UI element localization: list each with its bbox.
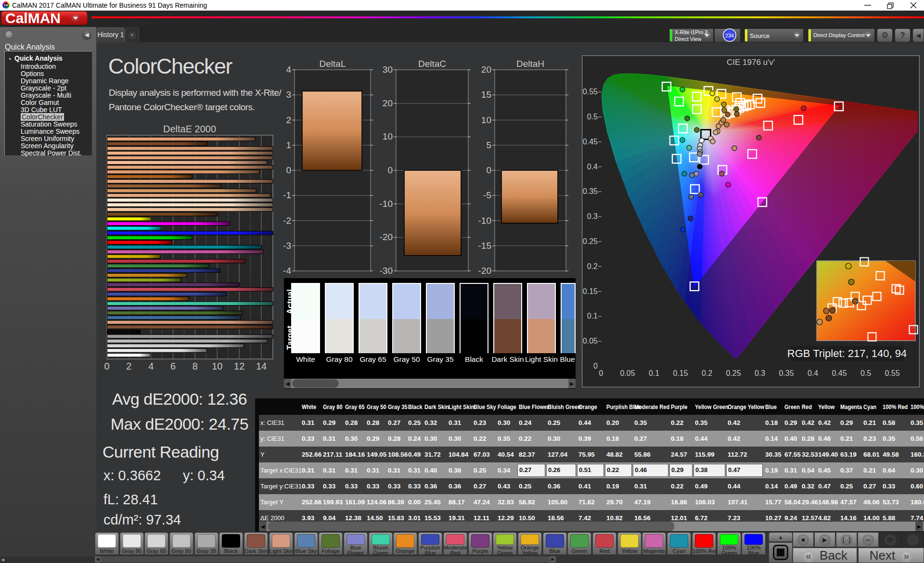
svg-text:4: 4 <box>148 361 154 371</box>
svg-text:0: 0 <box>486 165 491 175</box>
svg-text:0.05: 0.05 <box>583 337 598 345</box>
svg-text:DeltaC: DeltaC <box>418 59 446 69</box>
svg-text:10: 10 <box>383 131 393 141</box>
svg-text:0.55: 0.55 <box>583 88 598 96</box>
svg-text:2: 2 <box>286 115 291 125</box>
svg-text:0.4: 0.4 <box>808 369 818 377</box>
svg-text:14: 14 <box>256 361 267 371</box>
svg-text:0: 0 <box>387 165 393 175</box>
svg-text:0.25: 0.25 <box>726 369 741 377</box>
svg-text:0.3: 0.3 <box>587 212 598 220</box>
svg-text:0.5: 0.5 <box>587 113 598 121</box>
svg-text:-20: -20 <box>380 232 393 242</box>
svg-text:0.35: 0.35 <box>583 187 598 195</box>
svg-text:-10: -10 <box>380 199 393 209</box>
svg-text:DeltaE 2000: DeltaE 2000 <box>163 124 216 134</box>
svg-text:0.4: 0.4 <box>587 163 598 171</box>
svg-text:0.35: 0.35 <box>779 369 794 377</box>
svg-text:5: 5 <box>486 140 491 150</box>
svg-text:-30: -30 <box>380 266 393 276</box>
svg-text:-20: -20 <box>478 266 491 276</box>
svg-text:0.25: 0.25 <box>583 237 598 245</box>
svg-text:0.2: 0.2 <box>587 262 598 270</box>
svg-text:0.1: 0.1 <box>587 312 598 320</box>
svg-text:1: 1 <box>286 140 291 150</box>
svg-text:-3: -3 <box>283 241 291 251</box>
svg-text:0.15: 0.15 <box>673 369 688 377</box>
svg-text:-5: -5 <box>483 190 491 200</box>
svg-text:-10: -10 <box>478 216 491 226</box>
svg-text:-15: -15 <box>478 241 491 251</box>
svg-text:10: 10 <box>212 361 222 371</box>
svg-text:20: 20 <box>481 64 491 75</box>
svg-text:0: 0 <box>104 361 109 371</box>
svg-text:12: 12 <box>234 361 244 371</box>
svg-text:0.1: 0.1 <box>649 369 659 377</box>
svg-text:0.45: 0.45 <box>583 138 598 146</box>
svg-text:0.5: 0.5 <box>860 369 871 377</box>
svg-text:0.05: 0.05 <box>620 369 635 377</box>
svg-text:4: 4 <box>286 64 291 75</box>
svg-text:0.45: 0.45 <box>832 369 847 377</box>
svg-text:0: 0 <box>593 362 598 370</box>
svg-text:CIE 1976 u'v': CIE 1976 u'v' <box>727 58 775 67</box>
svg-text:-1: -1 <box>283 190 291 200</box>
svg-text:6: 6 <box>170 361 176 371</box>
svg-text:0: 0 <box>599 369 603 377</box>
svg-text:3: 3 <box>286 90 291 100</box>
svg-text:0.15: 0.15 <box>583 287 598 295</box>
svg-text:0: 0 <box>286 165 291 175</box>
svg-text:0.3: 0.3 <box>755 369 765 377</box>
svg-text:8: 8 <box>192 361 198 371</box>
svg-text:RGB Triplet: 217, 140, 94: RGB Triplet: 217, 140, 94 <box>787 347 907 359</box>
svg-text:20: 20 <box>383 98 393 108</box>
svg-text:15: 15 <box>481 90 491 100</box>
svg-text:-4: -4 <box>283 266 291 276</box>
svg-text:30: 30 <box>383 64 393 75</box>
svg-text:0.55: 0.55 <box>885 369 899 377</box>
svg-text:0.2: 0.2 <box>702 369 712 377</box>
svg-text:DeltaH: DeltaH <box>516 59 544 69</box>
svg-text:DeltaL: DeltaL <box>320 59 346 69</box>
svg-text:-2: -2 <box>283 216 291 226</box>
svg-text:2: 2 <box>126 361 131 371</box>
svg-text:10: 10 <box>481 115 491 125</box>
